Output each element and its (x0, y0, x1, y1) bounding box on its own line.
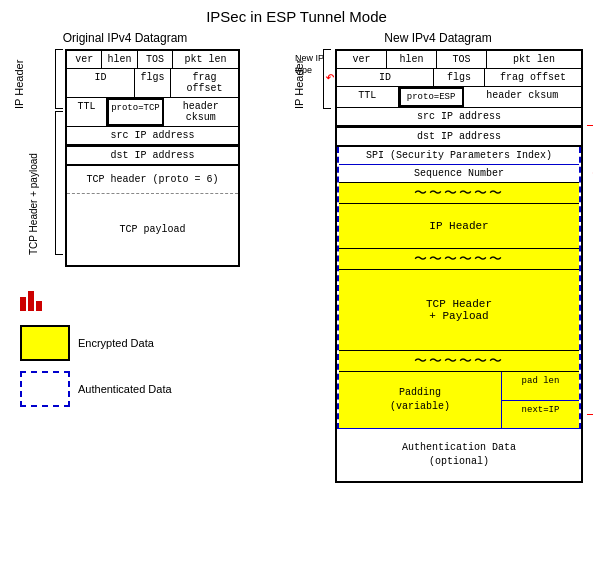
bar1 (20, 297, 26, 311)
left-row-2: ID flgs frag offset (67, 69, 238, 98)
r-cell-ttl: TTL (337, 87, 399, 107)
right-datagram-wrapper: New IP type ↷ IP Header ESP ◄ ver hlen T… (335, 49, 583, 483)
right-row-2: ID flgs frag offset (337, 69, 581, 87)
cell-fragoffset: frag offset (171, 69, 238, 97)
page-title: IPSec in ESP Tunnel Mode (0, 0, 593, 31)
cell-nextip: next=IP (502, 401, 579, 429)
wavy-mid: 〜〜〜〜〜〜 (339, 249, 579, 270)
left-datagram-box: ver hlen TOS pkt len ID flgs frag offset… (65, 49, 240, 267)
cell-pktlen: pkt len (173, 51, 238, 68)
wavy-top: 〜〜〜〜〜〜 (339, 183, 579, 204)
left-row-1: ver hlen TOS pkt len (67, 51, 238, 69)
left-row-src: src IP address (67, 127, 238, 145)
legend-box-encrypted (20, 325, 70, 361)
legend-box-authenticated (20, 371, 70, 407)
left-title: Original IPv4 Datagram (10, 31, 240, 45)
page: IPSec in ESP Tunnel Mode Original IPv4 D… (0, 0, 593, 483)
left-row-tcp-header: TCP header (proto = 6) (67, 166, 238, 194)
right-title: New IPv4 Datagram (293, 31, 583, 45)
right-row-ip-header-enc: IP Header (339, 204, 579, 249)
wavy-bot: 〜〜〜〜〜〜 (339, 351, 579, 372)
bar3 (36, 301, 42, 311)
r-cell-fragoffset: frag offset (485, 69, 581, 86)
r-cell-ver: ver (337, 51, 387, 68)
padding-right: pad len next=IP (502, 372, 579, 428)
right-row-src: src IP address (337, 108, 581, 126)
left-row-dst: dst IP address (67, 145, 238, 166)
legend-authenticated: Authenticated Data (20, 371, 240, 407)
left-diagram: Original IPv4 Datagram IP Header TCP Hea… (10, 31, 240, 483)
ip-header-bracket-right (323, 49, 331, 109)
cell-ver: ver (67, 51, 102, 68)
r-cell-id: ID (337, 69, 434, 86)
cell-hlen: hlen (102, 51, 137, 68)
right-row-tcp-enc: TCP Header+ Payload (339, 270, 579, 351)
right-row-dst: dst IP address (337, 126, 581, 147)
right-datagram-box: ver hlen TOS pkt len ID flgs frag offset… (335, 49, 583, 483)
r-cell-proto-esp: proto=ESP (399, 87, 464, 107)
cell-flgs: flgs (135, 69, 171, 97)
right-row-1: ver hlen TOS pkt len (337, 51, 581, 69)
left-row-3: TTL proto=TCP header cksum (67, 98, 238, 127)
cell-hdrcksum: header cksum (164, 98, 238, 126)
ip-header-label-left: IP Header (13, 49, 25, 109)
r-cell-tos: TOS (437, 51, 487, 68)
legend-encrypted-label: Encrypted Data (78, 337, 154, 349)
cell-id: ID (67, 69, 135, 97)
right-row-spi: SPI (Security Parameters Index) (339, 147, 579, 165)
r-cell-hlen: hlen (387, 51, 437, 68)
padding-row: Padding(variable) pad len next=IP (339, 372, 579, 429)
cell-proto-tcp: proto=TCP (107, 98, 164, 126)
legend-area: Encrypted Data Authenticated Data (20, 281, 240, 407)
legend-encrypted: Encrypted Data (20, 325, 240, 361)
bar2 (28, 291, 34, 311)
legend-authenticated-label: Authenticated Data (78, 383, 172, 395)
main-container: Original IPv4 Datagram IP Header TCP Hea… (0, 31, 593, 483)
ip-header-bracket-left (55, 49, 63, 109)
r-cell-hdrcksum: header cksum (464, 87, 582, 107)
r-cell-flgs: flgs (434, 69, 485, 86)
ip-header-label-right: IP Header (293, 49, 305, 109)
cell-padlen: pad len (502, 372, 579, 401)
right-row-auth: Authentication Data(optional) (337, 429, 581, 481)
cell-padding: Padding(variable) (339, 372, 502, 428)
bar-chart-icon (20, 281, 240, 311)
r-cell-pktlen: pkt len (487, 51, 581, 68)
right-row-seq: Sequence Number (339, 165, 579, 183)
cell-ttl: TTL (67, 98, 107, 126)
right-diagram: New IPv4 Datagram New IP type ↷ IP Heade… (293, 31, 583, 483)
left-row-tcp-payload: TCP payload (67, 194, 238, 265)
esp-dashed-section: SPI (Security Parameters Index) Sequence… (337, 147, 581, 429)
tcp-payload-label-left: TCP Header + payload (9, 111, 57, 255)
cell-tos: TOS (138, 51, 173, 68)
right-row-3: TTL proto=ESP header cksum (337, 87, 581, 108)
